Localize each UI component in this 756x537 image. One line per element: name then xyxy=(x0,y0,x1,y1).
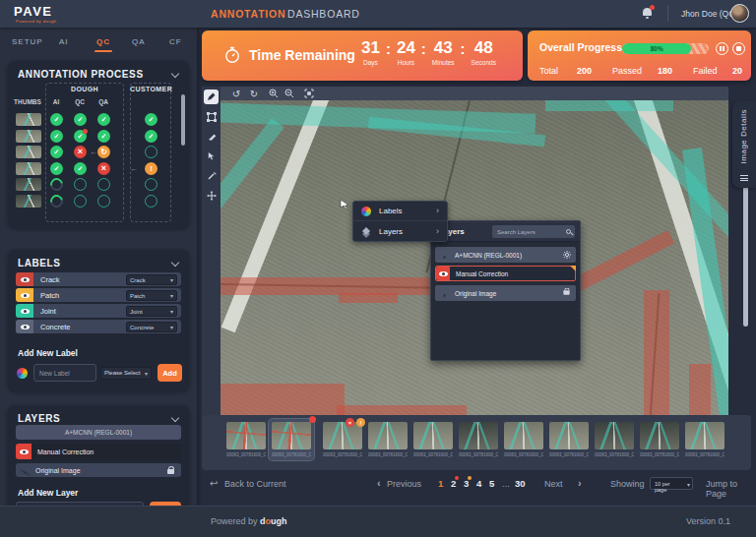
undo-icon[interactable]: ↺ xyxy=(228,87,244,100)
label-row-crack: Crack Crack xyxy=(16,272,181,286)
status-done-icon xyxy=(145,130,158,143)
gear-icon[interactable] xyxy=(563,251,571,259)
user-avatar[interactable] xyxy=(730,4,749,23)
status-done-icon xyxy=(50,113,63,126)
filmstrip-thumbnail-selected[interactable]: 00063_00781600_Camera_1.jpg xyxy=(269,419,314,460)
visibility-eye-icon[interactable] xyxy=(16,444,32,459)
fit-screen-icon[interactable] xyxy=(301,87,317,100)
visibility-eye-icon[interactable] xyxy=(436,267,450,280)
layer-row-original-image[interactable]: Original Image xyxy=(16,463,181,477)
select-tool-button[interactable] xyxy=(204,149,219,163)
label-name: Joint xyxy=(40,307,56,316)
previous-button[interactable]: Previous xyxy=(387,479,421,489)
label-type-placeholder-select[interactable]: Please Select xyxy=(100,367,152,380)
process-thumbnail[interactable] xyxy=(16,195,41,208)
status-done-icon xyxy=(50,162,63,175)
popup-layer-model[interactable]: A+MCNN (REGL-0001) xyxy=(435,247,576,263)
filmstrip-thumbnail[interactable]: 00063_00781600_Camera_1.jpg xyxy=(504,422,543,457)
color-wheel-icon[interactable] xyxy=(17,368,28,379)
pause-button[interactable] xyxy=(716,42,728,55)
context-menu-labels[interactable]: Labels › xyxy=(353,202,447,221)
page-number-2[interactable]: 2 xyxy=(451,478,456,489)
tab-qc[interactable]: QC xyxy=(96,37,110,46)
total-label: Total xyxy=(539,66,558,76)
process-thumbnail[interactable] xyxy=(16,146,41,158)
color-wheel-icon xyxy=(361,207,371,216)
tab-cf[interactable]: CF xyxy=(169,37,182,46)
process-row xyxy=(8,195,189,209)
add-new-layer-title: Add New Layer xyxy=(18,488,78,498)
visibility-eye-icon[interactable] xyxy=(16,272,33,286)
passed-label: Passed xyxy=(612,66,642,76)
joint-annotation xyxy=(545,100,673,111)
thumbnail-filmstrip: 00063_00781600_Camera_1.jpg 00063_007816… xyxy=(202,415,751,470)
back-arrow-icon[interactable]: ↩ xyxy=(210,478,218,489)
per-page-select[interactable]: 10 per page xyxy=(650,477,693,490)
filmstrip-thumbnail[interactable]: 00063_00781600_Camera_1.jpg xyxy=(226,422,266,457)
filmstrip-thumbnail[interactable]: 00063_00781600_Camera_1.jpg xyxy=(459,422,498,457)
new-label-input[interactable] xyxy=(33,364,96,382)
visibility-eye-icon[interactable] xyxy=(16,320,33,333)
tab-setup[interactable]: SETUP xyxy=(12,37,43,46)
user-name[interactable]: Jhon Doe (QC) xyxy=(681,9,737,19)
chevron-down-icon[interactable] xyxy=(172,259,179,266)
zoom-out-icon[interactable] xyxy=(282,87,297,100)
next-button[interactable]: Next xyxy=(544,479,563,489)
label-type-select[interactable]: Joint xyxy=(126,306,177,317)
add-label-button[interactable]: Add xyxy=(158,364,182,382)
magic-wand-tool-button[interactable] xyxy=(204,168,219,183)
notification-bell-icon[interactable] xyxy=(642,7,654,19)
tab-dashboard[interactable]: DASHBOARD xyxy=(287,8,360,20)
label-type-select[interactable]: Crack xyxy=(126,274,177,285)
popup-layer-manual-correction[interactable]: Manual Correction xyxy=(435,266,576,281)
popup-layer-original-image[interactable]: Original Image xyxy=(435,285,576,301)
process-scrollbar[interactable] xyxy=(181,94,185,146)
stopwatch-icon xyxy=(223,46,241,64)
page-number-1[interactable]: 1 xyxy=(438,478,443,489)
pen-tool-button[interactable] xyxy=(204,90,219,104)
image-details-tab[interactable]: Image Details xyxy=(732,101,756,188)
label-type-select[interactable]: Patch xyxy=(126,290,177,301)
label-type-select[interactable]: Concrete xyxy=(126,322,177,332)
filmstrip-thumbnail[interactable]: 00063_00781600_Camera_1.jpg xyxy=(368,422,408,457)
page-number-5[interactable]: 5 xyxy=(489,478,494,489)
stop-button[interactable] xyxy=(732,42,745,55)
page-number-4[interactable]: 4 xyxy=(476,478,481,489)
filmstrip-thumbnail[interactable]: × ! 00063_00781600_Camera_1.jpg xyxy=(323,422,362,457)
vertical-scrollbar[interactable] xyxy=(743,177,748,327)
tab-qa[interactable]: QA xyxy=(132,37,146,46)
layer-row-manual-correction[interactable]: Manual Correction xyxy=(16,444,181,459)
zoom-in-icon[interactable] xyxy=(266,87,282,100)
process-thumbnail[interactable] xyxy=(16,130,41,143)
panel-title: LAYERS xyxy=(18,413,60,424)
hamburger-icon xyxy=(740,175,748,181)
filmstrip-thumbnail[interactable]: 00063_00781600_Camera_1.jpg xyxy=(413,422,453,457)
search-layers-input[interactable] xyxy=(492,225,575,238)
filmstrip-thumbnail[interactable]: 00063_00781600_Camera_1.jpg xyxy=(595,422,634,457)
chevron-down-icon[interactable] xyxy=(172,414,179,421)
filmstrip-thumbnail[interactable]: 00063_00781600_Camera_1.jpg xyxy=(685,422,724,457)
page-number-30[interactable]: 30 xyxy=(515,478,526,489)
eraser-tool-button[interactable] xyxy=(204,129,219,144)
context-menu-layers[interactable]: Layers › xyxy=(353,222,447,242)
visibility-eye-icon[interactable] xyxy=(16,304,33,318)
process-thumbnail[interactable] xyxy=(16,162,41,175)
next-chevron-icon[interactable]: › xyxy=(578,477,582,489)
visibility-eye-icon[interactable] xyxy=(16,288,33,302)
topbar: PAVE Powered by dough ANNOTATION DASHBOA… xyxy=(0,0,756,28)
redo-icon[interactable]: ↻ xyxy=(246,87,262,100)
move-tool-button[interactable] xyxy=(204,188,219,203)
tab-annotation[interactable]: ANNOTATION xyxy=(211,8,285,20)
page-number-3[interactable]: 3 xyxy=(464,478,469,489)
process-thumbnail[interactable] xyxy=(16,178,41,191)
transform-tool-button[interactable] xyxy=(204,109,219,124)
layer-row-model[interactable]: A+MCNN (REGL-0001) xyxy=(16,425,181,440)
previous-chevron-icon[interactable]: ‹ xyxy=(377,477,381,489)
filmstrip-thumbnail[interactable]: 00063_00781600_Camera_1.jpg xyxy=(549,422,589,457)
chevron-down-icon[interactable] xyxy=(172,70,179,77)
filmstrip-thumbnail[interactable]: 00063_00781600_Camera_1.jpg xyxy=(640,422,679,457)
process-thumbnail[interactable] xyxy=(16,113,41,126)
tab-ai[interactable]: AI xyxy=(59,37,69,46)
annotation-process-panel: ANNOTATION PROCESS DOUGH CUSTOMER THUMBS… xyxy=(8,61,189,228)
back-to-current-button[interactable]: Back to Current xyxy=(224,479,286,489)
